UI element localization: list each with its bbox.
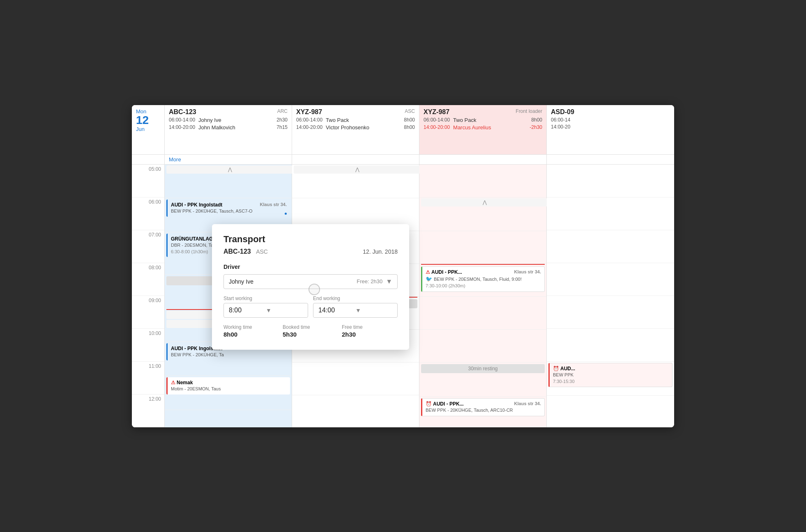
- col1-slot-0500: ⋀: [165, 165, 292, 198]
- modal-free-time: Free time 2h30: [342, 324, 398, 338]
- end-chevron-icon: ▼: [355, 307, 392, 314]
- col4-slot-1100: ⏰AUD... BEW PPK 7:30-15:30: [547, 363, 674, 396]
- date-cell: Mon 12 Jun: [132, 105, 165, 154]
- col1-event-audi[interactable]: AUDI - PPK Ingolstadt Klaus str 34. BEW …: [166, 200, 290, 217]
- transport-modal: Transport ABC-123 ASC 12. Jun. 2018 Driv…: [212, 224, 409, 350]
- col1-shift1: 06:00-14:00 Johny Ive 2h30: [169, 117, 288, 123]
- col1-name: ABC-123: [169, 108, 196, 116]
- header-col-3: XYZ-987 Front loader 06:00-14:00 Two Pac…: [419, 105, 547, 154]
- red-line-col3: [421, 264, 545, 265]
- time-slot-1000: 10:00: [132, 329, 164, 362]
- modal-driver-name: Johny Ive: [229, 278, 357, 285]
- col3-slot-1200: ⏰AUDI - PPK... Klaus str 34. BEW PPK - 2…: [419, 398, 546, 427]
- col3-resting: 30min resting: [421, 364, 545, 373]
- modal-subtitle: ABC-123 ASC 12. Jun. 2018: [223, 248, 398, 255]
- modal-start-value: 8:00: [229, 307, 266, 314]
- more-cell-3: [419, 155, 547, 164]
- col2-name: XYZ-987: [296, 108, 322, 116]
- col3-slot-0600: ⋀: [419, 198, 546, 231]
- modal-start-label: Start working: [223, 296, 308, 301]
- col3-slot-0500: [419, 165, 546, 197]
- modal-end-select[interactable]: 14:00 ▼: [313, 303, 398, 318]
- more-cell-2: [292, 155, 419, 164]
- booked-time-label: Booked time: [283, 324, 339, 330]
- modal-booked-time: Booked time 5h30: [283, 324, 339, 338]
- time-slot-0800: 08:00: [132, 263, 164, 296]
- col4-slot-0900: [547, 296, 674, 329]
- col1-tag: ARC: [277, 108, 288, 114]
- booked-time-value: 5h30: [283, 331, 297, 338]
- more-row: More: [132, 155, 674, 165]
- modal-date: 12. Jun. 2018: [363, 248, 398, 255]
- col1-shift2: 14:00-20:00 John Malkovich 7h15: [169, 124, 288, 131]
- col4-shift2: 14:00-20: [551, 124, 670, 130]
- modal-start-group: Start working 8:00 ▼: [223, 296, 308, 318]
- col4-event-aud-clock[interactable]: ⏰AUD... BEW PPK 7:30-15:30: [548, 363, 672, 388]
- free-time-value: 2h30: [342, 331, 356, 338]
- time-slot-1100: 11:00: [132, 362, 164, 394]
- header-col-1: ABC-123 ARC 06:00-14:00 Johny Ive 2h30 1…: [165, 105, 292, 154]
- body-col-3: ⋀ ⚠AUDI - PPK... Klaus str 34. 🐦 BEW PPK…: [419, 165, 547, 427]
- modal-vehicle-info: ABC-123 ASC: [223, 248, 268, 255]
- modal-driver-row[interactable]: Johny Ive Free: 2h30 ▼: [223, 274, 398, 289]
- working-time-value: 8h00: [223, 331, 237, 338]
- col4-slot-0600: [547, 197, 674, 230]
- col3-name: XYZ-987: [424, 108, 449, 116]
- scroll-up-arrow-col3[interactable]: ⋀: [421, 198, 548, 206]
- start-chevron-icon: ▼: [266, 307, 303, 314]
- col4-slot-1000: [547, 329, 674, 362]
- col4-slot-0500: [547, 165, 674, 197]
- time-slot-0700: 07:00: [132, 230, 164, 263]
- col1-event-nemak-title: ⚠Nemak: [171, 379, 287, 386]
- col2-slot-1200: [292, 395, 419, 427]
- time-slot-1200: 12:00: [132, 394, 164, 427]
- col4-shift1: 06:00-14: [551, 117, 670, 123]
- calendar-container: Mon 12 Jun ABC-123 ARC 06:00-14:00 Johny…: [132, 105, 674, 427]
- day-number: 12: [136, 115, 149, 126]
- col1-event-nemak[interactable]: ⚠Nemak Motim - 20ESMON, Taus: [166, 377, 290, 394]
- clock-icon-col4: ⏰: [553, 366, 559, 371]
- header-row: Mon 12 Jun ABC-123 ARC 06:00-14:00 Johny…: [132, 105, 674, 155]
- more-cell-4: [547, 155, 674, 164]
- col3-slot-1000: [419, 330, 546, 362]
- clock-icon-1: ⏰: [426, 401, 432, 407]
- more-cell-1[interactable]: More: [165, 155, 292, 164]
- modal-end-label: End working: [313, 296, 398, 301]
- working-time-label: Working time: [223, 324, 279, 330]
- col2-slot-0500: ⋀: [292, 165, 419, 198]
- modal-stats-row: Working time 8h00 Booked time 5h30 Free …: [223, 324, 398, 338]
- more-cell-0: [132, 155, 165, 164]
- scroll-up-arrow[interactable]: ⋀: [166, 165, 293, 174]
- col3-event-audi-warn[interactable]: ⚠AUDI - PPK... Klaus str 34. 🐦 BEW PPK -…: [421, 266, 545, 292]
- modal-start-select[interactable]: 8:00 ▼: [223, 303, 308, 318]
- dot-indicator: [285, 213, 287, 215]
- col3-slot-0900: [419, 297, 546, 330]
- modal-times-row: Start working 8:00 ▼ End working 14:00 ▼: [223, 296, 398, 318]
- scroll-up-arrow-col2[interactable]: ⋀: [294, 165, 421, 174]
- col3-tag: Front loader: [516, 108, 542, 114]
- col1-slot-1200: [165, 410, 292, 427]
- col3-event-audi-clock[interactable]: ⏰AUDI - PPK... Klaus str 34. BEW PPK - 2…: [421, 398, 545, 416]
- warning-triangle-icon: ⚠: [426, 269, 430, 275]
- col1-slot-1100: ⚠Nemak Motim - 20ESMON, Taus: [165, 377, 292, 410]
- modal-vehicle-name: ABC-123: [223, 248, 251, 255]
- bird-icon: 🐦: [426, 275, 432, 283]
- modal-vehicle-tag: ASC: [256, 248, 268, 255]
- col3-shift1: 06:00-14:00 Two Pack 8h00: [424, 117, 542, 123]
- col3-slot-1100: 30min resting: [419, 364, 546, 397]
- col3-shift2: 14:00-20:00 Marcus Aurelius -2h30: [424, 124, 542, 131]
- col3-slot-0700: [419, 231, 546, 264]
- modal-end-group: End working 14:00 ▼: [313, 296, 398, 318]
- col4-slot-0800: [547, 263, 674, 296]
- col4-slot-0700: [547, 230, 674, 263]
- col2-title: XYZ-987 ASC: [296, 108, 415, 116]
- col3-title: XYZ-987 Front loader: [424, 108, 542, 116]
- free-time-label: Free time: [342, 324, 398, 330]
- col2-shift1: 06:00-14:00 Two Pack 8h00: [296, 117, 415, 123]
- col1-event-audi-details: BEW PPK - 20KÜHGE, Tausch, ASC7-O: [171, 208, 287, 214]
- warning-icon: ⚠: [171, 380, 175, 385]
- col3-slot-0800: ⚠AUDI - PPK... Klaus str 34. 🐦 BEW PPK -…: [419, 264, 546, 297]
- col2-tag: ASC: [405, 108, 415, 114]
- time-slot-0500: 05:00: [132, 165, 164, 197]
- header-col-4: ASD-09 06:00-14 14:00-20: [547, 105, 674, 154]
